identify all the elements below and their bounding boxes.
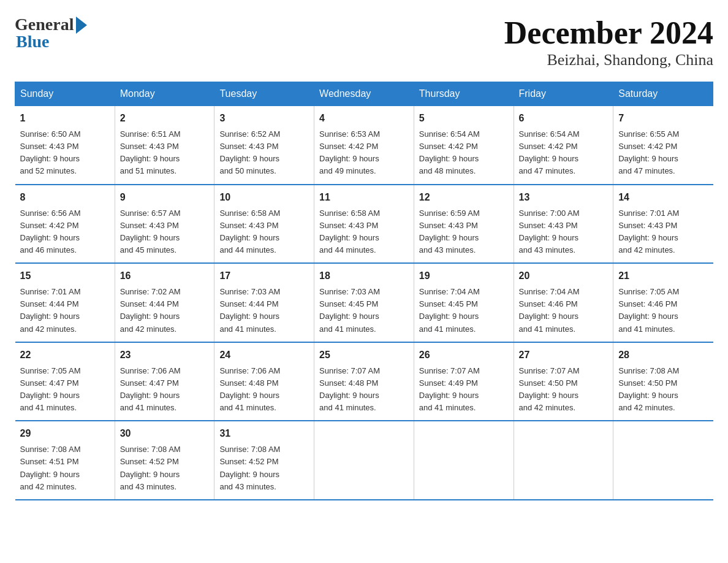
day-info: Sunrise: 7:00 AMSunset: 4:43 PMDaylight:… — [519, 207, 609, 257]
day-info: Sunrise: 6:56 AMSunset: 4:42 PMDaylight:… — [20, 207, 110, 257]
calendar-day-cell: 23 Sunrise: 7:06 AMSunset: 4:47 PMDaylig… — [115, 342, 214, 421]
calendar-week-row: 8 Sunrise: 6:56 AMSunset: 4:42 PMDayligh… — [15, 185, 713, 264]
day-info: Sunrise: 6:55 AMSunset: 4:42 PMDaylight:… — [618, 128, 708, 178]
calendar-header-cell: Tuesday — [214, 82, 314, 106]
day-number: 4 — [319, 111, 409, 126]
day-info: Sunrise: 7:06 AMSunset: 4:47 PMDaylight:… — [120, 365, 210, 415]
calendar-day-cell: 29 Sunrise: 7:08 AMSunset: 4:51 PMDaylig… — [15, 421, 115, 500]
day-number: 10 — [219, 190, 309, 205]
day-number: 22 — [20, 348, 110, 362]
day-info: Sunrise: 7:07 AMSunset: 4:48 PMDaylight:… — [319, 365, 409, 415]
day-info: Sunrise: 7:08 AMSunset: 4:50 PMDaylight:… — [618, 365, 708, 415]
day-number: 18 — [319, 269, 409, 283]
day-number: 6 — [519, 111, 609, 126]
calendar-day-cell: 25 Sunrise: 7:07 AMSunset: 4:48 PMDaylig… — [314, 342, 414, 421]
calendar-day-cell: 20 Sunrise: 7:04 AMSunset: 4:46 PMDaylig… — [514, 263, 613, 342]
calendar-table: SundayMondayTuesdayWednesdayThursdayFrid… — [15, 82, 713, 500]
day-info: Sunrise: 6:57 AMSunset: 4:43 PMDaylight:… — [120, 207, 210, 257]
day-info: Sunrise: 6:58 AMSunset: 4:43 PMDaylight:… — [319, 207, 409, 257]
calendar-day-cell: 6 Sunrise: 6:54 AMSunset: 4:42 PMDayligh… — [514, 106, 613, 185]
calendar-day-cell: 12 Sunrise: 6:59 AMSunset: 4:43 PMDaylig… — [414, 185, 514, 264]
calendar-week-row: 1 Sunrise: 6:50 AMSunset: 4:43 PMDayligh… — [15, 106, 713, 185]
calendar-day-cell: 1 Sunrise: 6:50 AMSunset: 4:43 PMDayligh… — [15, 106, 115, 185]
calendar-day-cell — [514, 421, 613, 500]
calendar-day-cell: 31 Sunrise: 7:08 AMSunset: 4:52 PMDaylig… — [214, 421, 314, 500]
day-info: Sunrise: 7:01 AMSunset: 4:43 PMDaylight:… — [618, 207, 708, 257]
day-info: Sunrise: 6:50 AMSunset: 4:43 PMDaylight:… — [20, 128, 110, 178]
day-number: 8 — [20, 190, 110, 205]
day-info: Sunrise: 7:07 AMSunset: 4:49 PMDaylight:… — [419, 365, 509, 415]
calendar-day-cell: 5 Sunrise: 6:54 AMSunset: 4:42 PMDayligh… — [414, 106, 514, 185]
day-info: Sunrise: 6:59 AMSunset: 4:43 PMDaylight:… — [419, 207, 509, 257]
calendar-day-cell: 2 Sunrise: 6:51 AMSunset: 4:43 PMDayligh… — [115, 106, 214, 185]
page-header: General Blue December 2024 Beizhai, Shan… — [15, 15, 713, 69]
day-number: 11 — [319, 190, 409, 205]
calendar-day-cell: 27 Sunrise: 7:07 AMSunset: 4:50 PMDaylig… — [514, 342, 613, 421]
day-info: Sunrise: 6:52 AMSunset: 4:43 PMDaylight:… — [219, 128, 309, 178]
calendar-day-cell: 30 Sunrise: 7:08 AMSunset: 4:52 PMDaylig… — [115, 421, 214, 500]
calendar-day-cell — [414, 421, 514, 500]
calendar-day-cell: 9 Sunrise: 6:57 AMSunset: 4:43 PMDayligh… — [115, 185, 214, 264]
day-info: Sunrise: 7:05 AMSunset: 4:46 PMDaylight:… — [618, 286, 708, 335]
day-number: 29 — [20, 426, 110, 441]
day-number: 13 — [519, 190, 609, 205]
calendar-day-cell: 17 Sunrise: 7:03 AMSunset: 4:44 PMDaylig… — [214, 263, 314, 342]
calendar-day-cell: 22 Sunrise: 7:05 AMSunset: 4:47 PMDaylig… — [15, 342, 115, 421]
day-number: 3 — [219, 111, 309, 126]
calendar-day-cell: 4 Sunrise: 6:53 AMSunset: 4:42 PMDayligh… — [314, 106, 414, 185]
day-number: 7 — [618, 111, 708, 126]
day-number: 14 — [618, 190, 708, 205]
logo-blue-text: Blue — [15, 32, 49, 52]
calendar-day-cell: 26 Sunrise: 7:07 AMSunset: 4:49 PMDaylig… — [414, 342, 514, 421]
day-number: 12 — [419, 190, 509, 205]
calendar-day-cell — [613, 421, 713, 500]
day-number: 16 — [120, 269, 210, 283]
day-number: 1 — [20, 111, 110, 126]
logo-arrow-icon — [76, 17, 87, 34]
day-info: Sunrise: 7:04 AMSunset: 4:45 PMDaylight:… — [419, 286, 509, 335]
calendar-day-cell: 28 Sunrise: 7:08 AMSunset: 4:50 PMDaylig… — [613, 342, 713, 421]
title-section: December 2024 Beizhai, Shandong, China — [504, 15, 713, 69]
calendar-header-cell: Saturday — [613, 82, 713, 106]
calendar-header-cell: Wednesday — [314, 82, 414, 106]
calendar-day-cell: 13 Sunrise: 7:00 AMSunset: 4:43 PMDaylig… — [514, 185, 613, 264]
day-info: Sunrise: 6:54 AMSunset: 4:42 PMDaylight:… — [519, 128, 609, 178]
calendar-day-cell: 18 Sunrise: 7:03 AMSunset: 4:45 PMDaylig… — [314, 263, 414, 342]
day-info: Sunrise: 6:53 AMSunset: 4:42 PMDaylight:… — [319, 128, 409, 178]
calendar-header-row: SundayMondayTuesdayWednesdayThursdayFrid… — [15, 82, 713, 106]
calendar-day-cell: 11 Sunrise: 6:58 AMSunset: 4:43 PMDaylig… — [314, 185, 414, 264]
calendar-week-row: 15 Sunrise: 7:01 AMSunset: 4:44 PMDaylig… — [15, 263, 713, 342]
calendar-day-cell: 14 Sunrise: 7:01 AMSunset: 4:43 PMDaylig… — [613, 185, 713, 264]
month-title: December 2024 — [504, 15, 713, 51]
calendar-header-cell: Sunday — [15, 82, 115, 106]
day-number: 5 — [419, 111, 509, 126]
day-info: Sunrise: 7:05 AMSunset: 4:47 PMDaylight:… — [20, 365, 110, 415]
calendar-day-cell: 19 Sunrise: 7:04 AMSunset: 4:45 PMDaylig… — [414, 263, 514, 342]
day-number: 27 — [519, 348, 609, 362]
day-number: 31 — [219, 426, 309, 441]
day-info: Sunrise: 7:08 AMSunset: 4:52 PMDaylight:… — [120, 443, 210, 493]
day-info: Sunrise: 7:03 AMSunset: 4:44 PMDaylight:… — [219, 286, 309, 335]
location-title: Beizhai, Shandong, China — [504, 51, 713, 69]
calendar-week-row: 29 Sunrise: 7:08 AMSunset: 4:51 PMDaylig… — [15, 421, 713, 500]
calendar-day-cell: 24 Sunrise: 7:06 AMSunset: 4:48 PMDaylig… — [214, 342, 314, 421]
calendar-day-cell — [314, 421, 414, 500]
day-info: Sunrise: 7:07 AMSunset: 4:50 PMDaylight:… — [519, 365, 609, 415]
calendar-body: 1 Sunrise: 6:50 AMSunset: 4:43 PMDayligh… — [15, 106, 713, 500]
day-number: 20 — [519, 269, 609, 283]
day-number: 9 — [120, 190, 210, 205]
day-number: 15 — [20, 269, 110, 283]
day-info: Sunrise: 7:04 AMSunset: 4:46 PMDaylight:… — [519, 286, 609, 335]
calendar-header-cell: Thursday — [414, 82, 514, 106]
calendar-header-cell: Friday — [514, 82, 613, 106]
calendar-day-cell: 21 Sunrise: 7:05 AMSunset: 4:46 PMDaylig… — [613, 263, 713, 342]
day-info: Sunrise: 7:02 AMSunset: 4:44 PMDaylight:… — [120, 286, 210, 335]
day-number: 24 — [219, 348, 309, 362]
day-number: 30 — [120, 426, 210, 441]
day-number: 21 — [618, 269, 708, 283]
calendar-day-cell: 3 Sunrise: 6:52 AMSunset: 4:43 PMDayligh… — [214, 106, 314, 185]
day-number: 26 — [419, 348, 509, 362]
day-number: 25 — [319, 348, 409, 362]
day-info: Sunrise: 6:54 AMSunset: 4:42 PMDaylight:… — [419, 128, 509, 178]
day-number: 23 — [120, 348, 210, 362]
